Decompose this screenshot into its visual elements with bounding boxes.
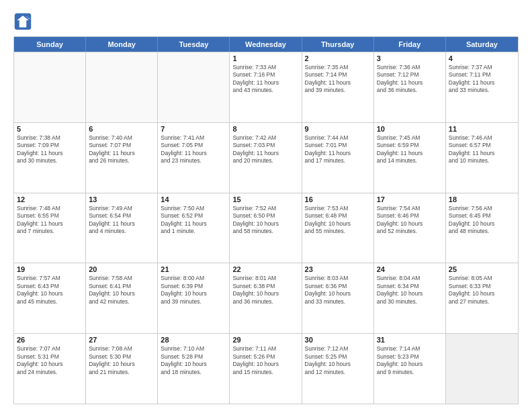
cell-line: and 23 minutes.	[161, 157, 226, 165]
day-number: 24	[377, 265, 443, 273]
logo-icon	[13, 12, 32, 31]
cell-line: Sunset: 6:57 PM	[449, 142, 515, 149]
calendar-cell: 5Sunrise: 7:38 AMSunset: 7:09 PMDaylight…	[14, 123, 86, 193]
calendar-cell: 7Sunrise: 7:41 AMSunset: 7:05 PMDaylight…	[158, 123, 230, 193]
cell-line: and 55 minutes.	[305, 228, 371, 235]
page-header	[13, 12, 519, 31]
cell-line: Sunset: 6:54 PM	[89, 212, 154, 220]
calendar-header: SundayMondayTuesdayWednesdayThursdayFrid…	[14, 37, 518, 52]
cell-line: Daylight: 10 hours	[161, 361, 226, 368]
cell-line: Sunset: 7:12 PM	[377, 71, 443, 79]
cell-line: and 7 minutes.	[17, 228, 83, 235]
cell-line: Sunrise: 7:36 AM	[377, 64, 443, 71]
cell-line: Daylight: 10 hours	[89, 361, 154, 368]
header-day-monday: Monday	[86, 37, 158, 52]
cell-line: Daylight: 10 hours	[89, 290, 154, 298]
cell-line: and 58 minutes.	[232, 228, 298, 235]
cell-line: Sunset: 6:48 PM	[305, 212, 371, 220]
calendar-cell: 11Sunrise: 7:46 AMSunset: 6:57 PMDayligh…	[446, 123, 518, 193]
calendar-cell: 15Sunrise: 7:52 AMSunset: 6:50 PMDayligh…	[230, 193, 302, 263]
cell-line: Daylight: 10 hours	[232, 220, 298, 228]
cell-line: Sunrise: 7:56 AM	[449, 205, 515, 212]
cell-line: Sunrise: 7:52 AM	[232, 205, 298, 212]
day-number: 13	[89, 195, 154, 203]
calendar-row-3: 19Sunrise: 7:57 AMSunset: 6:43 PMDayligh…	[14, 263, 518, 333]
day-number: 10	[377, 125, 443, 133]
cell-line: Sunrise: 7:40 AM	[89, 134, 154, 142]
cell-line: Sunrise: 7:35 AM	[305, 64, 371, 71]
cell-line: Daylight: 11 hours	[161, 220, 226, 228]
calendar-cell: 4Sunrise: 7:37 AMSunset: 7:11 PMDaylight…	[446, 52, 518, 122]
cell-line: Sunrise: 7:08 AM	[89, 345, 154, 353]
calendar-cell: 1Sunrise: 7:33 AMSunset: 7:16 PMDaylight…	[230, 52, 302, 122]
cell-line: Daylight: 11 hours	[377, 150, 443, 157]
day-number: 12	[17, 195, 83, 203]
cell-line: and 21 minutes.	[89, 369, 154, 376]
cell-line: and 33 minutes.	[305, 298, 371, 306]
cell-line: Sunset: 5:23 PM	[377, 353, 443, 361]
cell-line: Daylight: 10 hours	[305, 361, 371, 368]
cell-line: Sunrise: 7:07 AM	[17, 345, 83, 353]
cell-line: Sunset: 7:07 PM	[89, 142, 154, 149]
calendar-row-0: 1Sunrise: 7:33 AMSunset: 7:16 PMDaylight…	[14, 52, 518, 122]
day-number: 5	[17, 125, 83, 133]
cell-line: Sunset: 6:59 PM	[377, 142, 443, 149]
cell-line: Daylight: 11 hours	[89, 150, 154, 157]
cell-line: Sunrise: 7:42 AM	[232, 134, 298, 142]
day-number: 3	[377, 54, 443, 62]
day-number: 21	[161, 265, 226, 273]
cell-line: and 10 minutes.	[449, 157, 515, 165]
calendar-cell	[86, 52, 158, 122]
cell-line: and 30 minutes.	[17, 157, 83, 165]
calendar-cell: 13Sunrise: 7:49 AMSunset: 6:54 PMDayligh…	[86, 193, 158, 263]
cell-line: Sunrise: 7:45 AM	[377, 134, 443, 142]
cell-line: Sunset: 6:38 PM	[232, 283, 298, 290]
day-number: 2	[305, 54, 371, 62]
cell-line: Sunset: 7:01 PM	[305, 142, 371, 149]
day-number: 27	[89, 336, 154, 344]
cell-line: and 15 minutes.	[232, 369, 298, 376]
calendar-cell: 8Sunrise: 7:42 AMSunset: 7:03 PMDaylight…	[230, 123, 302, 193]
cell-line: Daylight: 11 hours	[377, 79, 443, 87]
cell-line: and 48 minutes.	[449, 228, 515, 235]
calendar-row-4: 26Sunrise: 7:07 AMSunset: 5:31 PMDayligh…	[14, 333, 518, 404]
cell-line: and 39 minutes.	[305, 87, 371, 94]
header-day-thursday: Thursday	[302, 37, 374, 52]
cell-line: and 43 minutes.	[232, 87, 298, 94]
day-number: 25	[449, 265, 515, 273]
day-number: 16	[305, 195, 371, 203]
cell-line: Daylight: 11 hours	[17, 150, 83, 157]
day-number: 31	[377, 336, 443, 344]
cell-line: and 42 minutes.	[89, 298, 154, 306]
cell-line: Sunrise: 7:12 AM	[305, 345, 371, 353]
day-number: 15	[232, 195, 298, 203]
day-number: 19	[17, 265, 83, 273]
cell-line: Sunrise: 7:38 AM	[17, 134, 83, 142]
calendar-cell: 12Sunrise: 7:48 AMSunset: 6:55 PMDayligh…	[14, 193, 86, 263]
calendar-cell: 28Sunrise: 7:10 AMSunset: 5:28 PMDayligh…	[158, 334, 230, 404]
calendar-cell: 16Sunrise: 7:53 AMSunset: 6:48 PMDayligh…	[302, 193, 374, 263]
header-day-saturday: Saturday	[446, 37, 518, 52]
cell-line: and 36 minutes.	[377, 87, 443, 94]
calendar-cell: 17Sunrise: 7:54 AMSunset: 6:46 PMDayligh…	[374, 193, 446, 263]
header-day-wednesday: Wednesday	[230, 37, 302, 52]
cell-line: and 33 minutes.	[449, 87, 515, 94]
cell-line: Sunset: 6:45 PM	[449, 212, 515, 220]
cell-line: Sunset: 5:31 PM	[17, 353, 83, 361]
calendar-cell: 3Sunrise: 7:36 AMSunset: 7:12 PMDaylight…	[374, 52, 446, 122]
calendar-cell: 31Sunrise: 7:14 AMSunset: 5:23 PMDayligh…	[374, 334, 446, 404]
cell-line: Sunset: 6:41 PM	[89, 283, 154, 290]
cell-line: and 45 minutes.	[17, 298, 83, 306]
cell-line: Sunset: 5:30 PM	[89, 353, 154, 361]
calendar-cell: 25Sunrise: 8:05 AMSunset: 6:33 PMDayligh…	[446, 263, 518, 333]
cell-line: Sunset: 5:26 PM	[232, 353, 298, 361]
cell-line: Daylight: 10 hours	[449, 290, 515, 298]
cell-line: Sunrise: 7:57 AM	[17, 275, 83, 282]
cell-line: Sunrise: 7:41 AM	[161, 134, 226, 142]
day-number: 7	[161, 125, 226, 133]
cell-line: Sunrise: 7:10 AM	[161, 345, 226, 353]
cell-line: Sunrise: 8:00 AM	[161, 275, 226, 282]
calendar-cell: 10Sunrise: 7:45 AMSunset: 6:59 PMDayligh…	[374, 123, 446, 193]
calendar-cell: 6Sunrise: 7:40 AMSunset: 7:07 PMDaylight…	[86, 123, 158, 193]
cell-line: Sunrise: 8:03 AM	[305, 275, 371, 282]
